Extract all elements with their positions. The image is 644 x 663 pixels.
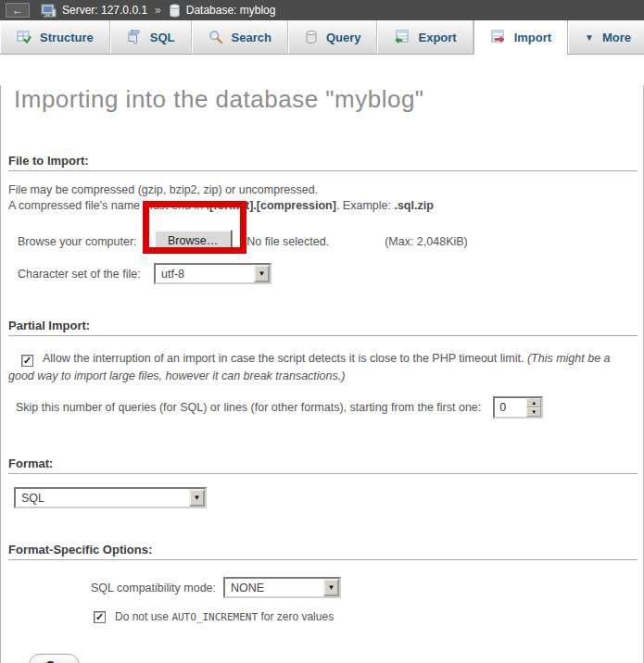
breadcrumb-separator: » — [155, 4, 161, 17]
auto-increment-keyword: AUTO_INCREMENT — [171, 611, 258, 623]
sql-compatibility-label: SQL compatibility mode: — [91, 582, 216, 594]
max-size-text: (Max: 2,048KiB) — [385, 235, 468, 248]
auto-increment-label: Do not use AUTO_INCREMENT for zero value… — [115, 610, 334, 623]
sql-compatibility-arrow-icon[interactable]: ▼ — [323, 579, 339, 596]
back-button[interactable]: ← — [6, 3, 30, 18]
section-heading-format: Format: — [8, 457, 638, 474]
sql-compatibility-row: SQL compatibility mode: NONE ▼ — [91, 577, 643, 598]
go-button[interactable]: Go — [29, 654, 80, 663]
format-select[interactable]: SQL ▼ — [14, 487, 207, 508]
section-heading-format-specific: Format-Specific Options: — [8, 543, 638, 560]
compression-note: File may be compressed (gzip, bzip2, zip… — [8, 182, 643, 214]
tab-structure[interactable]: Structure — [0, 20, 110, 54]
charset-row: Character set of the file: utf-8 ▼ — [18, 263, 643, 284]
browse-label: Browse your computer: — [18, 235, 154, 248]
breadcrumb-server[interactable]: Server: 127.0.0.1 — [62, 4, 147, 17]
format-select-arrow-icon[interactable]: ▼ — [189, 489, 205, 507]
skip-queries-stepper[interactable]: 0 ▲ ▼ — [493, 396, 543, 419]
allow-interrupt-text: Allow the interruption of an import in c… — [43, 352, 527, 365]
format-select-value: SQL — [16, 489, 189, 507]
export-icon — [394, 30, 410, 44]
breadcrumb-database[interactable]: Database: myblog — [186, 4, 276, 17]
browse-button[interactable]: Browse… — [154, 230, 232, 253]
charset-label: Character set of the file: — [18, 268, 154, 281]
chevron-down-icon: ▼ — [585, 32, 594, 43]
stepper-up-icon[interactable]: ▲ — [526, 398, 541, 407]
sql-compatibility-value: NONE — [225, 579, 323, 596]
tab-export-label: Export — [418, 31, 456, 44]
tab-sql-label: SQL — [150, 31, 175, 44]
tab-more-label: More — [602, 31, 631, 44]
charset-select-value: utf-8 — [156, 265, 254, 282]
skip-queries-value[interactable]: 0 — [495, 398, 526, 417]
auto-increment-row: ✓ Do not use AUTO_INCREMENT for zero val… — [94, 610, 643, 623]
tab-bar: Structure SQL Search Query — [0, 20, 644, 55]
compression-note-line1: File may be compressed (gzip, bzip2, zip… — [8, 182, 643, 198]
page-title: Importing into the database "myblog" — [14, 85, 643, 114]
sql-icon — [127, 30, 142, 44]
tab-query-label: Query — [326, 31, 361, 44]
tab-export[interactable]: Export — [377, 20, 473, 54]
server-icon — [41, 4, 57, 18]
allow-interrupt-row: ✓Allow the interruption of an import in … — [8, 350, 636, 385]
tab-search-label: Search — [232, 31, 271, 44]
tab-sql[interactable]: SQL — [110, 20, 192, 54]
back-arrow-icon: ← — [12, 5, 23, 16]
phpmyadmin-import-page: ← Server: 127.0.0.1 » Database: myblog — [0, 0, 644, 663]
skip-queries-label: Skip this number of queries (for SQL) or… — [16, 401, 481, 414]
import-icon — [490, 30, 506, 44]
auto-increment-checkbox[interactable]: ✓ — [94, 611, 106, 623]
format-select-row: SQL ▼ — [14, 487, 643, 508]
section-heading-file-to-import: File to Import: — [8, 154, 638, 171]
stepper-down-icon[interactable]: ▼ — [526, 407, 541, 417]
sql-compatibility-select[interactable]: NONE ▼ — [223, 577, 341, 598]
file-upload-row: Browse your computer: Browse… No file se… — [18, 230, 643, 253]
structure-icon — [17, 30, 32, 44]
breadcrumb-bar: ← Server: 127.0.0.1 » Database: myblog — [0, 0, 644, 20]
allow-interrupt-checkbox[interactable]: ✓ — [21, 355, 33, 367]
query-icon — [305, 30, 318, 44]
tab-import-label: Import — [514, 31, 551, 44]
tab-search[interactable]: Search — [192, 20, 288, 54]
database-icon — [169, 4, 181, 18]
tab-more[interactable]: ▼ More — [568, 20, 644, 54]
tab-import[interactable]: Import — [474, 20, 568, 55]
file-status-text: No file selected. — [246, 235, 329, 248]
skip-queries-row: Skip this number of queries (for SQL) or… — [16, 396, 643, 419]
tab-query[interactable]: Query — [288, 20, 378, 54]
search-icon — [208, 30, 223, 44]
main-content: Importing into the database "myblog" Fil… — [0, 85, 644, 663]
compression-note-line2: A compressed file's name must end in .[f… — [8, 198, 643, 214]
tab-structure-label: Structure — [40, 31, 94, 44]
section-heading-partial-import: Partial Import: — [8, 319, 638, 336]
charset-select[interactable]: utf-8 ▼ — [154, 263, 271, 284]
charset-select-arrow-icon[interactable]: ▼ — [254, 265, 270, 282]
